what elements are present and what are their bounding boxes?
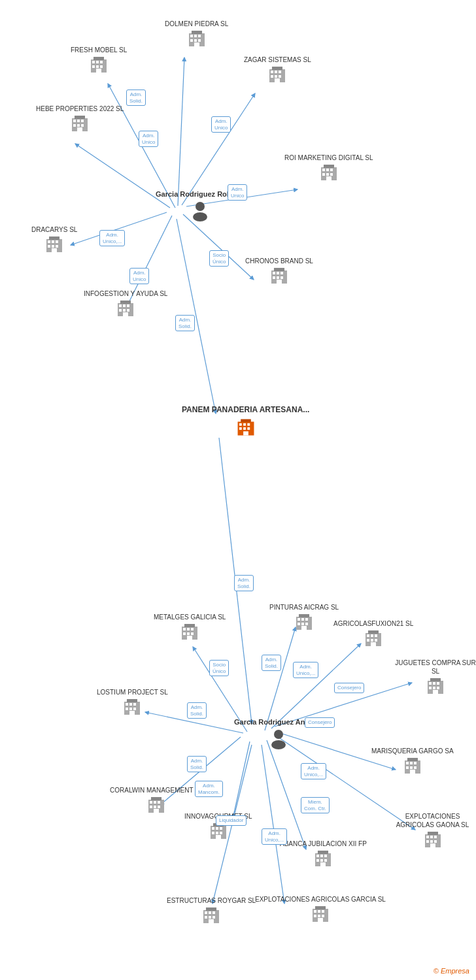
svg-rect-97 [239, 423, 242, 425]
svg-rect-137 [220, 827, 222, 830]
pinturas-aicrag-node: PINTURAS AICRAG SL [269, 603, 339, 631]
svg-line-1 [178, 57, 184, 206]
svg-rect-101 [243, 427, 246, 430]
badge-adm-solid-fresh-dolmen: Adm.Solid. [126, 90, 146, 106]
svg-rect-209 [434, 836, 437, 838]
svg-rect-149 [212, 916, 215, 919]
svg-rect-95 [120, 301, 131, 304]
svg-rect-138 [212, 832, 214, 834]
svg-rect-50 [272, 67, 282, 70]
svg-rect-183 [367, 639, 369, 642]
svg-rect-27 [100, 61, 103, 63]
svg-rect-108 [183, 628, 186, 630]
svg-rect-91 [119, 309, 122, 312]
svg-rect-83 [277, 276, 279, 279]
svg-rect-192 [429, 687, 432, 689]
metalges-node: METALGES GALICIA SL [154, 613, 226, 641]
svg-rect-39 [198, 39, 201, 42]
svg-rect-123 [129, 711, 135, 715]
svg-rect-200 [414, 762, 416, 764]
svg-rect-190 [433, 682, 435, 685]
svg-rect-180 [367, 634, 369, 637]
coralwin-icon [147, 796, 165, 814]
svg-rect-64 [322, 173, 325, 176]
svg-rect-56 [77, 124, 80, 127]
svg-rect-196 [430, 678, 441, 681]
svg-rect-93 [127, 309, 129, 312]
explotaciones-garcia-icon [311, 905, 330, 923]
svg-rect-25 [92, 61, 95, 63]
svg-rect-86 [274, 268, 284, 271]
panem-node[interactable]: PANEM PANADERIA ARTESANA... [182, 405, 309, 439]
juguetes-compra-node: JUGUETES COMPRA SUR SL [395, 659, 476, 695]
dolmen-piedra-node: DOLMEN PIEDRA SL [165, 20, 228, 48]
metalges-icon [180, 623, 199, 641]
svg-rect-37 [190, 39, 193, 42]
metalges-label: METALGES GALICIA SL [154, 613, 226, 621]
svg-point-106 [271, 740, 286, 749]
svg-rect-65 [326, 173, 329, 176]
svg-rect-54 [81, 120, 84, 122]
svg-rect-171 [298, 618, 300, 621]
svg-rect-109 [187, 628, 190, 630]
svg-rect-213 [430, 843, 435, 847]
svg-point-105 [274, 730, 283, 739]
svg-rect-98 [243, 423, 246, 425]
svg-rect-48 [279, 75, 281, 78]
explotaciones-gaona-icon [424, 830, 442, 849]
panem-icon [234, 416, 258, 439]
svg-rect-35 [194, 35, 197, 37]
badge-miem-com-abanca: Miem.Com. Ctr. [301, 797, 330, 813]
explotaciones-garcia-node: EXPLOTACIONES AGRICOLAS GARCIA SL [255, 895, 386, 923]
svg-rect-88 [119, 304, 122, 307]
zagar-sistemas-label: ZAGAR SISTEMAS SL [244, 56, 311, 64]
svg-rect-70 [48, 240, 50, 243]
badge-adm-unico-hebe: Adm.Unico [139, 131, 158, 147]
svg-rect-63 [330, 169, 333, 171]
badge-adm-solid-metalges: Adm.Solid. [262, 655, 281, 671]
svg-rect-173 [305, 618, 308, 621]
svg-rect-172 [301, 618, 304, 621]
svg-rect-30 [100, 65, 103, 68]
svg-rect-117 [126, 703, 128, 706]
svg-rect-43 [271, 71, 273, 73]
abanca-icon [314, 849, 332, 868]
svg-rect-103 [243, 431, 248, 435]
fresh-mobel-label: FRESH MOBEL SL [71, 46, 127, 54]
svg-rect-140 [220, 832, 222, 834]
svg-rect-193 [433, 687, 435, 689]
roi-marketing-label: ROI MARKETING DIGITAL SL [284, 154, 373, 162]
svg-rect-102 [247, 427, 250, 430]
svg-rect-49 [275, 78, 280, 82]
svg-rect-129 [150, 806, 152, 808]
svg-rect-47 [275, 75, 277, 78]
juguetes-compra-label: JUGUETES COMPRA SUR SL [395, 659, 476, 676]
svg-rect-81 [280, 272, 283, 274]
svg-rect-182 [375, 634, 377, 637]
zagar-sistemas-node: ZAGAR SISTEMAS SL [244, 56, 311, 84]
svg-rect-187 [368, 630, 379, 634]
svg-rect-185 [375, 639, 377, 642]
zagar-sistemas-icon [268, 65, 286, 84]
svg-rect-41 [192, 31, 202, 34]
badge-adm-unico-marisqueria: Adm.Unico,... [301, 763, 326, 779]
hebe-properties-node: HEBE PROPERTIES 2022 SL [36, 105, 124, 133]
svg-rect-40 [194, 42, 199, 46]
svg-rect-127 [154, 801, 156, 804]
svg-rect-207 [426, 836, 429, 838]
badge-adm-mancom-innovagourmet: Adm.Mancom. [195, 781, 223, 797]
svg-rect-144 [205, 911, 207, 914]
svg-rect-119 [133, 703, 136, 706]
pinturas-aicrag-label: PINTURAS AICRAG SL [269, 603, 339, 612]
svg-rect-163 [320, 855, 323, 857]
svg-rect-73 [48, 245, 50, 248]
svg-rect-174 [298, 623, 300, 625]
svg-rect-99 [247, 423, 250, 425]
hebe-properties-icon [71, 114, 89, 133]
roi-marketing-icon [320, 163, 338, 182]
svg-rect-136 [216, 827, 218, 830]
estructuras-roygar-label: ESTRUCTURAS ROYGAR SL [167, 896, 256, 905]
svg-rect-111 [183, 632, 186, 635]
svg-rect-164 [324, 855, 327, 857]
svg-rect-85 [277, 280, 282, 284]
